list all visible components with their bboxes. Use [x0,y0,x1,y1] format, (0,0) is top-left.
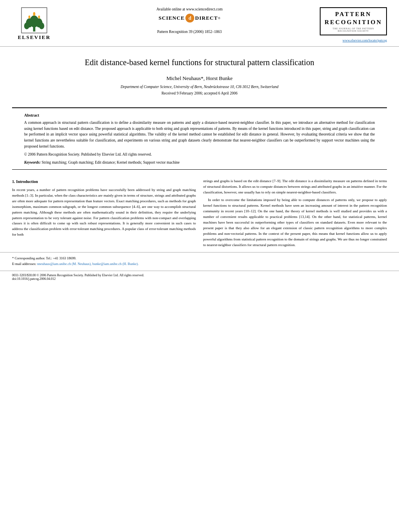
bottom-line2: doi:10.1016/j.patcog.2006.04.012 [12,277,387,281]
bottom-line1: 0031-3203/$30.00 © 2006 Pattern Recognit… [12,273,387,277]
keywords-label: Keywords: [24,160,41,164]
science-text: SCIENCE [158,15,185,21]
bottom-bar: 0031-3203/$30.00 © 2006 Pattern Recognit… [0,271,399,283]
col-left-para-1: In recent years, a number of pattern rec… [12,187,196,238]
abstract-copyright: © 2006 Pattern Recognition Society. Publ… [24,152,375,158]
footnote-emails: E-mail addresses: nneuhaus@iam.unibe.ch … [12,261,387,267]
column-left: 1. Introduction In recent years, a numbe… [12,179,196,250]
column-right: strings and graphs is based on the edit … [203,179,387,250]
footnote-email2: bunke@iam.unibe.ch (H. Bunke). [93,262,139,266]
pr-title-line1: PATTERN [325,10,382,18]
svg-point-8 [38,15,40,18]
svg-point-4 [24,23,29,29]
footnote-corresponding: * Corresponding author. Tel.: +41 3163 1… [12,256,387,261]
abstract-separator [12,169,387,170]
sciencedirect-logo: SCIENCE d DIRECT ® [158,14,220,23]
keywords-values: String matching; Graph matching; Edit di… [42,160,180,164]
abstract-text: A common approach in structural pattern … [24,120,375,157]
section1-title: 1. Introduction [12,179,196,185]
svg-point-7 [29,15,31,18]
authors: Michel Neuhaus*, Horst Bunke [24,75,375,82]
svg-point-6 [33,12,35,16]
pattern-recognition-box: PATTERN RECOGNITION THE JOURNAL OF THE P… [320,7,387,35]
abstract-section: Abstract A common approach in structural… [0,108,399,169]
keywords-line: Keywords: String matching; Graph matchin… [24,160,375,164]
elsevier-tree-icon [20,7,48,33]
pr-website-link[interactable]: www.elsevier.com/locate/patcog [343,38,387,42]
received-date: Received 9 February 2006; accepted 6 Apr… [24,91,375,95]
pr-subtitle: THE JOURNAL OF THE PATTERN RECOGNITION S… [325,27,382,32]
paper-title: Edit distance-based kernel functions for… [24,57,375,68]
header-left: ELSEVIER [12,7,56,41]
abstract-paragraph: A common approach in structural pattern … [24,120,375,150]
direct-text: DIRECT [195,15,218,21]
abstract-title: Abstract [24,113,375,117]
header: ELSEVIER Available online at www.science… [0,0,399,47]
pr-title-line2: RECOGNITION [325,18,382,27]
journal-info: Pattern Recognition 39 (2006) 1852–1863 [157,30,222,34]
footnote-email1: nneuhaus@iam.unibe.ch (M. Neuhaus), [37,262,91,266]
footnotes: * Corresponding author. Tel.: +41 3163 1… [0,252,399,267]
col-right-para-1: strings and graphs is based on the edit … [203,179,387,195]
pr-title: PATTERN RECOGNITION [325,10,382,26]
col-right-para-2: In order to overcome the limitations imp… [203,197,387,248]
registered-mark: ® [218,16,220,20]
svg-point-5 [39,23,44,29]
main-content: 1. Introduction In recent years, a numbe… [0,175,399,250]
page: ELSEVIER Available online at www.science… [0,0,399,532]
available-online-text: Available online at www.sciencedirect.co… [156,7,223,11]
elsevier-logo: ELSEVIER [12,7,56,41]
footnote-email-label: E-mail addresses: [12,262,36,266]
header-right: PATTERN RECOGNITION THE JOURNAL OF THE P… [323,7,387,42]
elsevier-label: ELSEVIER [18,34,51,41]
science-circle-icon: d [185,14,194,23]
affiliation: Department of Computer Science, Universi… [24,85,375,89]
title-section: Edit distance-based kernel functions for… [0,47,399,101]
header-center: Available online at www.sciencedirect.co… [56,7,323,34]
